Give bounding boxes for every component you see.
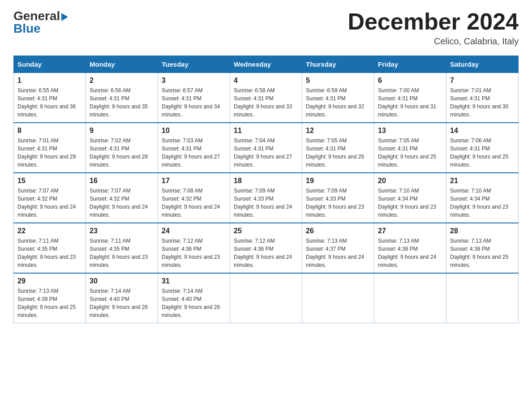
day-number: 8	[17, 127, 82, 135]
calendar-cell: 7Sunrise: 7:01 AMSunset: 4:31 PMDaylight…	[446, 73, 519, 123]
day-info: Sunrise: 7:03 AMSunset: 4:31 PMDaylight:…	[162, 137, 226, 169]
calendar-cell: 10Sunrise: 7:03 AMSunset: 4:31 PMDayligh…	[158, 123, 230, 173]
calendar-cell: 12Sunrise: 7:05 AMSunset: 4:31 PMDayligh…	[302, 123, 374, 173]
calendar-cell	[374, 273, 446, 323]
day-number: 2	[90, 77, 154, 85]
calendar-cell: 27Sunrise: 7:13 AMSunset: 4:38 PMDayligh…	[374, 223, 446, 273]
calendar-cell	[446, 273, 519, 323]
location-text: Celico, Calabria, Italy	[348, 36, 519, 47]
day-info: Sunrise: 7:08 AMSunset: 4:32 PMDaylight:…	[162, 187, 226, 219]
day-number: 11	[234, 127, 298, 135]
day-number: 20	[378, 177, 442, 185]
day-number: 7	[450, 77, 515, 85]
col-saturday: Saturday	[446, 56, 519, 73]
calendar-cell: 15Sunrise: 7:07 AMSunset: 4:32 PMDayligh…	[14, 173, 86, 223]
col-monday: Monday	[86, 56, 158, 73]
day-info: Sunrise: 6:56 AMSunset: 4:31 PMDaylight:…	[90, 86, 154, 119]
calendar-cell: 28Sunrise: 7:13 AMSunset: 4:38 PMDayligh…	[446, 223, 519, 273]
day-info: Sunrise: 7:13 AMSunset: 4:38 PMDaylight:…	[450, 237, 515, 269]
day-info: Sunrise: 7:00 AMSunset: 4:31 PMDaylight:…	[378, 86, 442, 119]
day-info: Sunrise: 7:05 AMSunset: 4:31 PMDaylight:…	[378, 137, 442, 169]
day-number: 15	[17, 177, 82, 185]
day-number: 13	[378, 127, 442, 135]
day-info: Sunrise: 7:11 AMSunset: 4:35 PMDaylight:…	[17, 237, 82, 269]
calendar-cell: 26Sunrise: 7:13 AMSunset: 4:37 PMDayligh…	[302, 223, 374, 273]
calendar-cell: 4Sunrise: 6:58 AMSunset: 4:31 PMDaylight…	[230, 73, 302, 123]
calendar-cell: 19Sunrise: 7:09 AMSunset: 4:33 PMDayligh…	[302, 173, 374, 223]
logo: General Blue	[13, 9, 68, 36]
calendar-table: Sunday Monday Tuesday Wednesday Thursday…	[13, 56, 519, 323]
calendar-cell: 5Sunrise: 6:59 AMSunset: 4:31 PMDaylight…	[302, 73, 374, 123]
day-info: Sunrise: 7:06 AMSunset: 4:31 PMDaylight:…	[450, 137, 515, 169]
day-number: 5	[306, 77, 370, 85]
day-info: Sunrise: 7:12 AMSunset: 4:36 PMDaylight:…	[162, 237, 226, 269]
day-number: 21	[450, 177, 515, 185]
day-number: 16	[90, 177, 154, 185]
day-info: Sunrise: 7:10 AMSunset: 4:34 PMDaylight:…	[450, 187, 515, 219]
calendar-cell: 13Sunrise: 7:05 AMSunset: 4:31 PMDayligh…	[374, 123, 446, 173]
logo-blue-text: Blue	[13, 21, 41, 36]
col-tuesday: Tuesday	[158, 56, 230, 73]
title-block: December 2024 Celico, Calabria, Italy	[348, 9, 519, 47]
day-info: Sunrise: 7:01 AMSunset: 4:31 PMDaylight:…	[450, 86, 515, 119]
day-number: 25	[234, 227, 298, 235]
calendar-cell: 3Sunrise: 6:57 AMSunset: 4:31 PMDaylight…	[158, 73, 230, 123]
calendar-cell: 11Sunrise: 7:04 AMSunset: 4:31 PMDayligh…	[230, 123, 302, 173]
day-info: Sunrise: 7:10 AMSunset: 4:34 PMDaylight:…	[378, 187, 442, 219]
col-wednesday: Wednesday	[230, 56, 302, 73]
day-info: Sunrise: 7:01 AMSunset: 4:31 PMDaylight:…	[17, 137, 82, 169]
day-info: Sunrise: 7:13 AMSunset: 4:37 PMDaylight:…	[306, 237, 370, 269]
day-info: Sunrise: 7:12 AMSunset: 4:36 PMDaylight:…	[234, 237, 298, 269]
day-number: 14	[450, 127, 515, 135]
calendar-cell: 18Sunrise: 7:09 AMSunset: 4:33 PMDayligh…	[230, 173, 302, 223]
calendar-week-row: 8Sunrise: 7:01 AMSunset: 4:31 PMDaylight…	[14, 123, 519, 173]
calendar-cell	[230, 273, 302, 323]
calendar-body: 1Sunrise: 6:55 AMSunset: 4:31 PMDaylight…	[14, 73, 519, 323]
calendar-cell: 23Sunrise: 7:11 AMSunset: 4:35 PMDayligh…	[86, 223, 158, 273]
day-number: 23	[90, 227, 154, 235]
day-number: 28	[450, 227, 515, 235]
calendar-cell: 16Sunrise: 7:07 AMSunset: 4:32 PMDayligh…	[86, 173, 158, 223]
day-info: Sunrise: 6:57 AMSunset: 4:31 PMDaylight:…	[162, 86, 226, 119]
logo-arrow-icon	[61, 13, 68, 21]
calendar-cell: 17Sunrise: 7:08 AMSunset: 4:32 PMDayligh…	[158, 173, 230, 223]
day-info: Sunrise: 6:59 AMSunset: 4:31 PMDaylight:…	[306, 86, 370, 119]
calendar-cell: 2Sunrise: 6:56 AMSunset: 4:31 PMDaylight…	[86, 73, 158, 123]
calendar-week-row: 29Sunrise: 7:13 AMSunset: 4:39 PMDayligh…	[14, 273, 519, 323]
calendar-week-row: 22Sunrise: 7:11 AMSunset: 4:35 PMDayligh…	[14, 223, 519, 273]
calendar-cell: 20Sunrise: 7:10 AMSunset: 4:34 PMDayligh…	[374, 173, 446, 223]
day-info: Sunrise: 7:05 AMSunset: 4:31 PMDaylight:…	[306, 137, 370, 169]
day-info: Sunrise: 7:07 AMSunset: 4:32 PMDaylight:…	[90, 187, 154, 219]
day-number: 18	[234, 177, 298, 185]
day-info: Sunrise: 6:55 AMSunset: 4:31 PMDaylight:…	[17, 86, 82, 119]
day-info: Sunrise: 7:14 AMSunset: 4:40 PMDaylight:…	[162, 287, 226, 319]
day-number: 4	[234, 77, 298, 85]
calendar-cell: 1Sunrise: 6:55 AMSunset: 4:31 PMDaylight…	[14, 73, 86, 123]
day-info: Sunrise: 7:02 AMSunset: 4:31 PMDaylight:…	[90, 137, 154, 169]
day-info: Sunrise: 7:11 AMSunset: 4:35 PMDaylight:…	[90, 237, 154, 269]
calendar-cell	[302, 273, 374, 323]
day-info: Sunrise: 6:58 AMSunset: 4:31 PMDaylight:…	[234, 86, 298, 119]
day-number: 19	[306, 177, 370, 185]
day-info: Sunrise: 7:09 AMSunset: 4:33 PMDaylight:…	[306, 187, 370, 219]
day-number: 6	[378, 77, 442, 85]
col-friday: Friday	[374, 56, 446, 73]
day-number: 24	[162, 227, 226, 235]
col-sunday: Sunday	[14, 56, 86, 73]
calendar-cell: 31Sunrise: 7:14 AMSunset: 4:40 PMDayligh…	[158, 273, 230, 323]
day-number: 12	[306, 127, 370, 135]
day-number: 17	[162, 177, 226, 185]
day-info: Sunrise: 7:13 AMSunset: 4:38 PMDaylight:…	[378, 237, 442, 269]
day-info: Sunrise: 7:14 AMSunset: 4:40 PMDaylight:…	[90, 287, 154, 319]
calendar-week-row: 15Sunrise: 7:07 AMSunset: 4:32 PMDayligh…	[14, 173, 519, 223]
calendar-cell: 14Sunrise: 7:06 AMSunset: 4:31 PMDayligh…	[446, 123, 519, 173]
calendar-cell: 6Sunrise: 7:00 AMSunset: 4:31 PMDaylight…	[374, 73, 446, 123]
day-number: 10	[162, 127, 226, 135]
day-number: 31	[162, 277, 226, 285]
page-header: General Blue December 2024 Celico, Calab…	[13, 9, 519, 47]
day-info: Sunrise: 7:07 AMSunset: 4:32 PMDaylight:…	[17, 187, 82, 219]
day-number: 3	[162, 77, 226, 85]
calendar-header: Sunday Monday Tuesday Wednesday Thursday…	[14, 56, 519, 73]
day-number: 22	[17, 227, 82, 235]
calendar-cell: 29Sunrise: 7:13 AMSunset: 4:39 PMDayligh…	[14, 273, 86, 323]
